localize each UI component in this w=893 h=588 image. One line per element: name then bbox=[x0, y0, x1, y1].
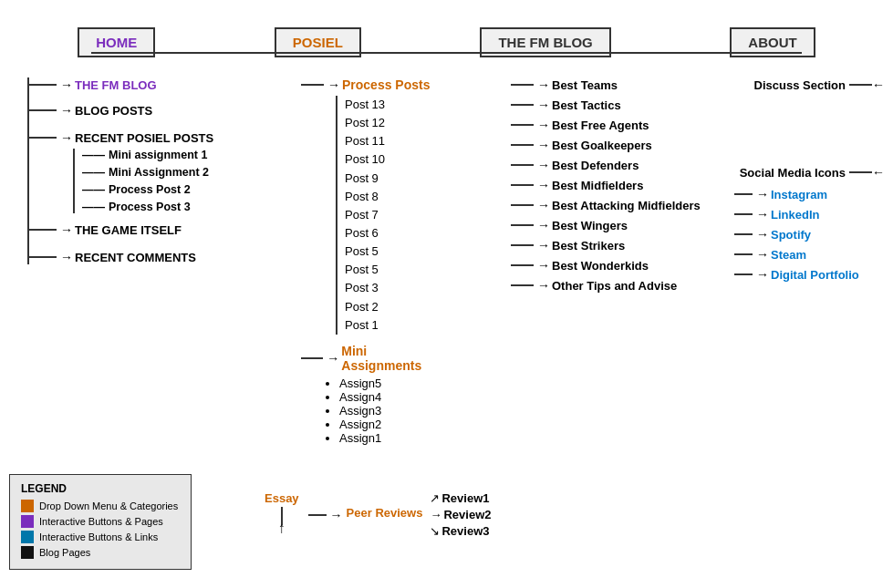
fmblog-defenders[interactable]: → Best Defenders bbox=[511, 158, 711, 172]
essay-label[interactable]: Essay bbox=[265, 491, 299, 505]
fmblog-goalkeepers[interactable]: → Best Goalkeepers bbox=[511, 138, 711, 152]
legend: LEGEND Drop Down Menu & Categories Inter… bbox=[9, 474, 192, 570]
legend-color-purple bbox=[21, 515, 34, 528]
fmblog-attacking-mid[interactable]: → Best Attacking Midfielders bbox=[511, 198, 711, 212]
fmblog-wonderkids[interactable]: → Best Wonderkids bbox=[511, 258, 711, 273]
fmblog-strikers[interactable]: → Best Strikers bbox=[511, 238, 711, 253]
post-8[interactable]: Post 8 bbox=[345, 188, 447, 206]
post-7[interactable]: Post 7 bbox=[345, 206, 447, 224]
fmblog-best-teams[interactable]: → Best Teams bbox=[511, 77, 711, 92]
assign5[interactable]: Assign5 bbox=[339, 377, 447, 390]
fmblog-wingers[interactable]: → Best Wingers bbox=[511, 218, 711, 232]
peer-reviews-area: Essay ↓ → Peer Reviews ↗ Review1 → Revie… bbox=[265, 491, 491, 538]
discuss-section-label: Discuss Section bbox=[754, 78, 846, 92]
legend-color-blue bbox=[21, 531, 34, 543]
fmblog-midfielders[interactable]: → Best Midfielders bbox=[511, 178, 711, 192]
legend-color-black bbox=[21, 546, 34, 559]
assignments-list: Assign5 Assign4 Assign3 Assign2 Assign1 bbox=[339, 377, 447, 445]
post-5b[interactable]: Post 5 bbox=[345, 261, 447, 279]
fmblog-column: → Best Teams → Best Tactics → Best Free … bbox=[511, 77, 711, 298]
post-9[interactable]: Post 9 bbox=[345, 170, 447, 188]
fmblog-best-tactics[interactable]: → Best Tactics bbox=[511, 98, 711, 112]
posiel-column: → Process Posts Post 13 Post 12 Post 11 … bbox=[301, 77, 447, 454]
social-spotify[interactable]: → Spotify bbox=[734, 227, 885, 242]
subitem-1[interactable]: ——Mini Assignment 2 bbox=[82, 166, 237, 179]
social-links: → Instagram → LinkedIn → Spotify → Steam… bbox=[734, 187, 885, 282]
social-media-section: Social Media Icons ← bbox=[721, 165, 885, 180]
review1[interactable]: ↗ Review1 bbox=[430, 491, 491, 505]
post-3[interactable]: Post 3 bbox=[345, 279, 447, 297]
home-item-comments[interactable]: → RECENT COMMENTS bbox=[29, 250, 237, 264]
legend-title: LEGEND bbox=[21, 482, 180, 495]
mini-assignments-header[interactable]: → Mini Assignments bbox=[301, 344, 447, 373]
essay-area: Essay ↓ bbox=[265, 491, 299, 538]
post-5a[interactable]: Post 5 bbox=[345, 242, 447, 261]
peer-reviews-section: Peer Reviews bbox=[347, 506, 423, 523]
subitem-3[interactable]: ——Process Post 3 bbox=[82, 201, 237, 213]
post-10[interactable]: Post 10 bbox=[345, 150, 447, 169]
discuss-section: Discuss Section ← bbox=[721, 77, 885, 92]
post-6[interactable]: Post 6 bbox=[345, 224, 447, 242]
assign2[interactable]: Assign2 bbox=[339, 418, 447, 431]
top-connecting-line bbox=[91, 52, 802, 54]
fmblog-items: → Best Teams → Best Tactics → Best Free … bbox=[511, 77, 711, 293]
home-item-blogposts[interactable]: → BLOG POSTS bbox=[29, 103, 237, 118]
assign3[interactable]: Assign3 bbox=[339, 404, 447, 418]
social-portfolio[interactable]: → Digital Portfolio bbox=[734, 267, 885, 282]
subitem-2[interactable]: ——Process Post 2 bbox=[82, 183, 237, 196]
legend-color-orange bbox=[21, 500, 34, 512]
review3[interactable]: ↘ Review3 bbox=[430, 524, 491, 538]
posts-list: Post 13 Post 12 Post 11 Post 10 Post 9 P… bbox=[336, 96, 447, 335]
fmblog-tips[interactable]: → Other Tips and Advise bbox=[511, 278, 711, 293]
legend-item-3: Blog Pages bbox=[21, 546, 180, 559]
fmblog-free-agents[interactable]: → Best Free Agents bbox=[511, 118, 711, 132]
post-12[interactable]: Post 12 bbox=[345, 114, 447, 132]
diagram-container: HOME POSIEL THE FM BLOG ABOUT → THE FM B… bbox=[0, 0, 893, 588]
home-item-game[interactable]: → THE GAME ITSELF bbox=[29, 222, 237, 237]
home-item-fmblog[interactable]: → THE FM BLOG bbox=[29, 77, 237, 92]
assign4[interactable]: Assign4 bbox=[339, 390, 447, 404]
social-media-label: Social Media Icons bbox=[740, 166, 846, 180]
home-column: → THE FM BLOG → BLOG POSTS → RECENT POSI… bbox=[27, 77, 237, 277]
post-2[interactable]: Post 2 bbox=[345, 298, 447, 316]
legend-item-2: Interactive Buttons & Links bbox=[21, 531, 180, 543]
process-posts-header[interactable]: → Process Posts bbox=[301, 77, 447, 92]
assign1[interactable]: Assign1 bbox=[339, 431, 447, 445]
post-13[interactable]: Post 13 bbox=[345, 96, 447, 114]
peer-reviews-label[interactable]: Peer Reviews bbox=[347, 506, 423, 520]
post-11[interactable]: Post 11 bbox=[345, 132, 447, 150]
subitem-0[interactable]: ——Mini assignment 1 bbox=[82, 149, 237, 161]
reviews-list: ↗ Review1 → Review2 ↘ Review3 bbox=[430, 491, 491, 538]
posiel-subitems: ——Mini assignment 1 ——Mini Assignment 2 … bbox=[73, 149, 237, 213]
legend-item-1: Interactive Buttons & Pages bbox=[21, 515, 180, 528]
social-linkedin[interactable]: → LinkedIn bbox=[734, 207, 885, 222]
review2[interactable]: → Review2 bbox=[430, 508, 491, 521]
social-instagram[interactable]: → Instagram bbox=[734, 187, 885, 201]
post-1[interactable]: Post 1 bbox=[345, 316, 447, 335]
legend-item-0: Drop Down Menu & Categories bbox=[21, 500, 180, 512]
home-item-recentposiel[interactable]: → RECENT POSIEL POSTS bbox=[29, 130, 237, 145]
about-column: Discuss Section ← Social Media Icons ← →… bbox=[721, 77, 885, 287]
social-steam[interactable]: → Steam bbox=[734, 247, 885, 262]
